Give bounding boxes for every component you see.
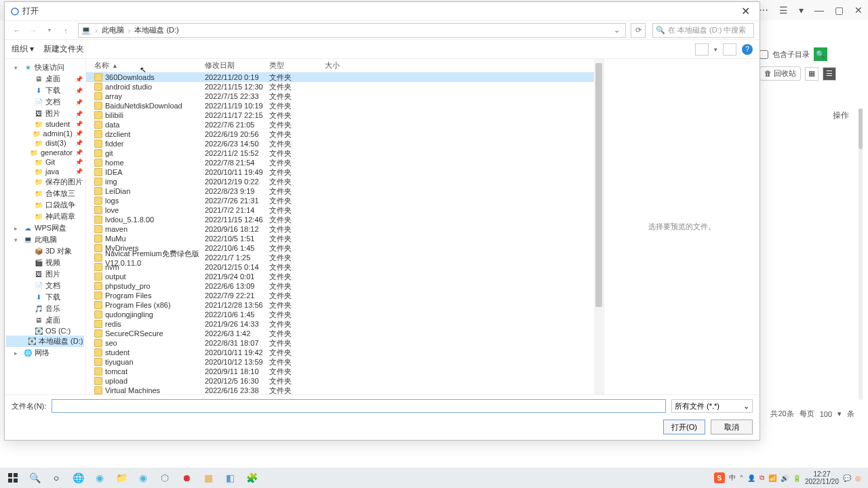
help-icon[interactable]: ? (742, 44, 753, 55)
file-row[interactable]: dzclient2022/6/19 20:56文件夹 (86, 129, 594, 139)
file-row[interactable]: SecureCRSecure2022/6/3 1:42文件夹 (86, 329, 594, 338)
list-view-icon[interactable]: ☰ (823, 67, 836, 81)
view-mode-icon[interactable] (695, 43, 709, 56)
explorer-icon[interactable]: 📁 (111, 469, 132, 487)
menu-icon[interactable]: ☰ (779, 5, 788, 16)
edge-icon[interactable]: 🌐 (68, 469, 88, 487)
bluetooth-icon[interactable]: ⧉ (760, 474, 764, 482)
file-row[interactable]: love2021/7/2 21:14文件夹 (86, 205, 594, 215)
dialog-close-icon[interactable]: ✕ (737, 5, 754, 18)
tree-node[interactable]: java📌 (6, 167, 84, 176)
refresh-icon[interactable]: ⟳ (631, 23, 646, 38)
tree-node[interactable]: Git📌 (6, 157, 84, 167)
file-row[interactable]: logs2022/7/26 21:31文件夹 (86, 196, 594, 205)
taskbar[interactable]: 🔍 ○ 🌐 ◉ 📁 ◉ ⬡ ⏺ ▦ ◧ 🧩 S 中 ˄ 👤 ⧉ 📶 🔊 🔋 12… (0, 468, 868, 488)
tree-node[interactable]: 图片📌 (6, 108, 84, 119)
volume-icon[interactable]: 🔊 (781, 474, 789, 482)
nav-back-icon[interactable]: ← (10, 24, 24, 37)
tree-node[interactable]: ▾此电脑 (6, 234, 84, 245)
system-tray[interactable]: S 中 ˄ 👤 ⧉ 📶 🔊 🔋 12:27 2022/11/20 💬 ◎ (714, 470, 865, 485)
page-scrollbar[interactable] (859, 108, 863, 400)
chevron-down-icon[interactable]: ⌄ (610, 26, 623, 35)
app2-icon[interactable]: ▦ (198, 469, 218, 487)
column-headers[interactable]: 名称 ▲ 修改日期 类型 大小 (86, 59, 594, 73)
app1-icon[interactable]: ⬡ (155, 469, 175, 487)
folder-tree[interactable]: ▾快速访问桌面📌下载📌文档📌图片📌student📌admin(1)📌dist(3… (5, 59, 86, 394)
filetype-select[interactable]: 所有文件 (*.*)⌄ (671, 399, 753, 413)
ime-icon[interactable]: S (714, 472, 725, 483)
preview-toggle-icon[interactable] (723, 43, 736, 56)
file-row[interactable]: BaiduNetdiskDownload2022/11/19 10:19文件夹 (86, 101, 594, 110)
file-row[interactable]: git2022/11/2 15:52文件夹 (86, 148, 594, 158)
view-dropdown-icon[interactable]: ▾ (714, 46, 717, 53)
file-row[interactable]: MuMu2022/10/5 1:51文件夹 (86, 234, 594, 243)
tree-node[interactable]: 图片 (6, 268, 84, 280)
file-row[interactable]: tiyuguan2020/10/12 13:59文件夹 (86, 357, 594, 367)
app3-icon[interactable]: ◧ (220, 469, 240, 487)
file-row[interactable]: data2022/7/6 21:05文件夹 (86, 120, 594, 129)
wifi-icon[interactable]: 📶 (768, 474, 776, 482)
tree-node[interactable]: generator📌 (6, 148, 84, 157)
file-row[interactable]: redis2021/9/26 14:33文件夹 (86, 319, 594, 329)
file-row[interactable]: maven2020/9/16 18:12文件夹 (86, 224, 594, 234)
nav-forward-icon[interactable]: → (26, 24, 40, 37)
clock[interactable]: 12:27 2022/11/20 (805, 470, 839, 485)
close-icon[interactable]: ✕ (854, 5, 863, 16)
tree-node[interactable]: 音乐 (6, 303, 84, 314)
file-row[interactable]: home2022/7/8 21:54文件夹 (86, 158, 594, 167)
file-row[interactable]: Program Files2022/7/9 22:21文件夹 (86, 291, 594, 300)
tree-node[interactable]: ▸WPS网盘 (6, 222, 84, 234)
notification-icon[interactable]: 💬 (843, 474, 851, 482)
tree-node[interactable]: 口袋战争 (6, 199, 84, 211)
tree-node[interactable]: ▸网络 (6, 347, 84, 359)
tree-node[interactable]: 视频 (6, 257, 84, 268)
list-scrollbar[interactable] (594, 59, 604, 394)
open-button[interactable]: 打开(O) (663, 420, 705, 434)
tree-node[interactable]: 下载 (6, 291, 84, 303)
battery-icon[interactable]: 🔋 (793, 474, 801, 482)
tree-node[interactable]: 本地磁盘 (D:) (6, 336, 84, 347)
tree-node[interactable]: 下载📌 (6, 85, 84, 96)
search-icon[interactable]: 🔍 (24, 469, 45, 487)
file-row[interactable]: seo2022/8/31 18:07文件夹 (86, 338, 594, 348)
tree-node[interactable]: 桌面 (6, 314, 84, 326)
filename-input[interactable] (52, 399, 666, 413)
cortana-icon[interactable]: ○ (46, 469, 66, 487)
nav-recent-icon[interactable]: ▾ (43, 24, 56, 37)
search-icon[interactable]: 🔍 (814, 47, 827, 61)
file-row[interactable]: Program Files (x86)2021/12/28 13:56文件夹 (86, 300, 594, 310)
tree-node[interactable]: 文档📌 (6, 96, 84, 108)
file-row[interactable]: Virtual Machines2022/6/16 23:38文件夹 (86, 386, 594, 394)
file-row[interactable]: LeiDian2022/8/23 9:19文件夹 (86, 186, 594, 196)
app4-icon[interactable]: 🧩 (241, 469, 262, 487)
new-folder-button[interactable]: 新建文件夹 (43, 43, 84, 55)
file-row[interactable]: lvdou_5.1.8.002022/11/15 12:46文件夹 (86, 215, 594, 224)
search-input[interactable]: 🔍 在 本地磁盘 (D:) 中搜索 (652, 23, 754, 38)
tree-node[interactable]: admin(1)📌 (6, 129, 84, 138)
file-row[interactable]: Navicat Premium免费绿色版 V12.0.11.02022/1/7 … (86, 253, 594, 262)
file-row[interactable]: student2020/10/11 19:42文件夹 (86, 348, 594, 357)
tray-up-icon[interactable]: ˄ (740, 474, 743, 482)
tree-node[interactable]: 文档 (6, 280, 84, 291)
maximize-icon[interactable]: ▢ (835, 5, 844, 16)
file-row[interactable]: qudongjingling2022/10/6 1:45文件夹 (86, 310, 594, 319)
file-row[interactable]: img2020/12/19 0:22文件夹 (86, 177, 594, 186)
tree-node[interactable]: 桌面📌 (6, 73, 84, 85)
file-row[interactable]: IDEA2020/10/11 19:49文件夹 (86, 167, 594, 177)
file-row[interactable]: bilibili2022/11/17 22:15文件夹 (86, 110, 594, 120)
tree-node[interactable]: 合体放三 (6, 188, 84, 199)
record-icon[interactable]: ⏺ (176, 469, 197, 487)
browser3-icon[interactable]: ◉ (133, 469, 153, 487)
more-icon[interactable]: ⋯ (759, 5, 768, 16)
tree-node[interactable]: dist(3)📌 (6, 138, 84, 148)
app-tray-icon[interactable]: ◎ (855, 474, 861, 482)
nav-up-icon[interactable]: ↑ (59, 24, 73, 37)
minimize-icon[interactable]: — (814, 5, 824, 16)
bookmark-icon[interactable]: ▾ (799, 5, 804, 16)
organize-menu[interactable]: 组织 ▾ (12, 43, 34, 55)
tree-node[interactable]: student📌 (6, 119, 84, 129)
cancel-button[interactable]: 取消 (711, 420, 753, 434)
file-row[interactable]: upload2020/12/5 16:30文件夹 (86, 376, 594, 386)
file-row[interactable]: 360Downloads2022/11/20 0:19文件夹 (86, 73, 594, 82)
tree-node[interactable]: 神武霸章 (6, 211, 84, 222)
